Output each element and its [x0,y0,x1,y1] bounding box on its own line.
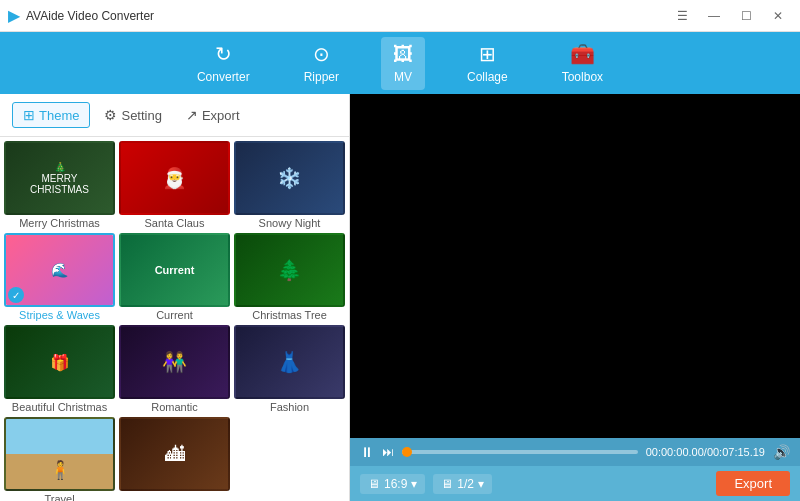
stop-btn[interactable]: ⏭ [382,445,394,459]
nav-ripper[interactable]: ⊙ Ripper [292,36,351,90]
theme-travel[interactable]: 🧍 Travel [4,417,115,501]
theme-christmas-tree[interactable]: 🌲 Christmas Tree [234,233,345,321]
theme-fashion-thumb: 👗 [234,325,345,399]
theme-merry-thumb: 🎄MERRYCHRISTMAS [4,141,115,215]
theme-stripes-waves[interactable]: 🌊 ✓ Stripes & Waves [4,233,115,321]
nav-collage-label: Collage [467,70,508,84]
theme-stripes-thumb: 🌊 ✓ [4,233,115,307]
nav-bar: ↻ Converter ⊙ Ripper 🖼 MV ⊞ Collage 🧰 To… [0,32,800,94]
maximize-btn[interactable]: ☐ [732,6,760,26]
theme-snowy-thumb: ❄️ [234,141,345,215]
volume-btn[interactable]: 🔊 [773,444,790,460]
nav-toolbox[interactable]: 🧰 Toolbox [550,36,615,90]
theme-snowy-label: Snowy Night [259,217,321,229]
theme-travel-label: Travel [44,493,74,501]
theme-snowy-night[interactable]: ❄️ Snowy Night [234,141,345,229]
theme-current-label: Current [156,309,193,321]
video-controls: ⏸ ⏭ 00:00:00.00/00:07:15.19 🔊 [350,438,800,466]
theme-fashion-label: Fashion [270,401,309,413]
quality-select[interactable]: 🖥 1/2 ▾ [433,474,492,494]
tab-setting-label: Setting [121,108,161,123]
tab-theme[interactable]: ⊞ Theme [12,102,90,128]
theme-beautiful-label: Beautiful Christmas [12,401,107,413]
theme-christmas-thumb: 🌲 [234,233,345,307]
theme-romantic-thumb: 👫 [119,325,230,399]
nav-toolbox-label: Toolbox [562,70,603,84]
progress-dot [402,447,412,457]
theme-grid: 🎄MERRYCHRISTMAS Merry Christmas 🎅 Santa … [0,137,349,501]
theme-more-thumb: 🏙 [119,417,230,491]
ratio-value: 16:9 [384,477,407,491]
play-pause-btn[interactable]: ⏸ [360,444,374,460]
tab-theme-label: Theme [39,108,79,123]
theme-fashion[interactable]: 👗 Fashion [234,325,345,413]
ripper-icon: ⊙ [313,42,330,66]
theme-stripes-check: ✓ [8,287,24,303]
tab-export-label: Export [202,108,240,123]
theme-santa-label: Santa Claus [145,217,205,229]
theme-beautiful-christmas[interactable]: 🎁 Beautiful Christmas [4,325,115,413]
theme-beautiful-thumb: 🎁 [4,325,115,399]
main-area: ⊞ Theme ⚙ Setting ↗ Export 🎄MERRYCHRISTM… [0,94,800,501]
setting-gear-icon: ⚙ [104,107,117,123]
video-controls2: 🖥 16:9 ▾ 🖥 1/2 ▾ Export [350,466,800,501]
app-title: AVAide Video Converter [26,9,668,23]
export-button[interactable]: Export [716,471,790,496]
video-preview [350,94,800,438]
quality-value: 1/2 [457,477,474,491]
toolbox-icon: 🧰 [570,42,595,66]
nav-converter-label: Converter [197,70,250,84]
theme-stripes-label: Stripes & Waves [19,309,100,321]
menu-btn[interactable]: ☰ [668,6,696,26]
theme-romantic-label: Romantic [151,401,197,413]
monitor-icon: 🖥 [441,477,453,491]
nav-mv-label: MV [394,70,412,84]
close-btn[interactable]: ✕ [764,6,792,26]
progress-bar[interactable] [402,450,638,454]
theme-more[interactable]: 🏙 [119,417,230,501]
ratio-dropdown-icon: ▾ [411,477,417,491]
minimize-btn[interactable]: — [700,6,728,26]
theme-santa-claus[interactable]: 🎅 Santa Claus [119,141,230,229]
theme-merry-christmas[interactable]: 🎄MERRYCHRISTMAS Merry Christmas [4,141,115,229]
right-panel: ⏸ ⏭ 00:00:00.00/00:07:15.19 🔊 🖥 16:9 ▾ 🖥… [350,94,800,501]
sub-tabs: ⊞ Theme ⚙ Setting ↗ Export [0,94,349,137]
tab-setting[interactable]: ⚙ Setting [94,103,171,127]
theme-current[interactable]: Current Current [119,233,230,321]
window-controls: ☰ — ☐ ✕ [668,6,792,26]
title-bar: ▶ AVAide Video Converter ☰ — ☐ ✕ [0,0,800,32]
tab-export[interactable]: ↗ Export [176,103,250,127]
ratio-select[interactable]: 🖥 16:9 ▾ [360,474,425,494]
theme-travel-thumb: 🧍 [4,417,115,491]
app-logo: ▶ [8,6,20,25]
theme-christmas-tree-label: Christmas Tree [252,309,327,321]
quality-dropdown-icon: ▾ [478,477,484,491]
theme-grid-icon: ⊞ [23,107,35,123]
nav-converter[interactable]: ↻ Converter [185,36,262,90]
time-display: 00:00:00.00/00:07:15.19 [646,446,765,458]
nav-mv[interactable]: 🖼 MV [381,37,425,90]
nav-ripper-label: Ripper [304,70,339,84]
theme-romantic[interactable]: 👫 Romantic [119,325,230,413]
screen-icon: 🖥 [368,477,380,491]
theme-santa-thumb: 🎅 [119,141,230,215]
mv-icon: 🖼 [393,43,413,66]
nav-collage[interactable]: ⊞ Collage [455,36,520,90]
collage-icon: ⊞ [479,42,496,66]
export-arrow-icon: ↗ [186,107,198,123]
theme-merry-label: Merry Christmas [19,217,100,229]
converter-icon: ↻ [215,42,232,66]
left-panel: ⊞ Theme ⚙ Setting ↗ Export 🎄MERRYCHRISTM… [0,94,350,501]
theme-current-thumb: Current [119,233,230,307]
